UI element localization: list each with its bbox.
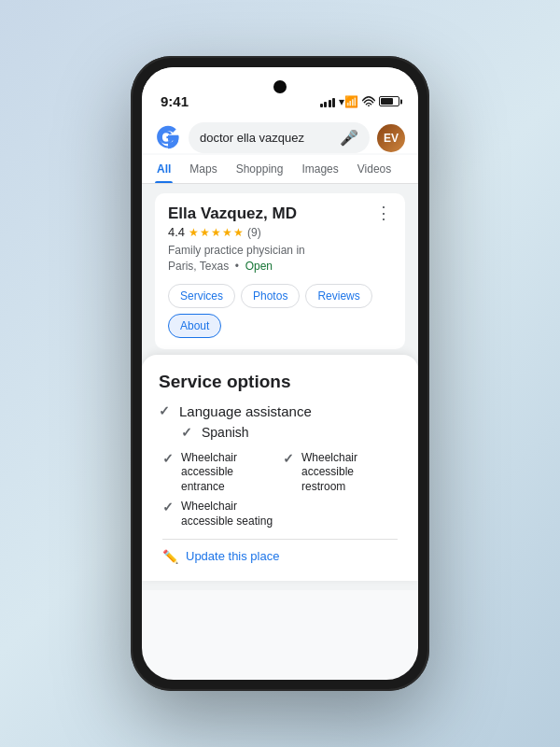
check-icon-language: ✓: [159, 403, 170, 418]
doctor-location: Paris, Texas: [168, 260, 229, 273]
chip-tabs: Services Photos Reviews About: [168, 284, 392, 338]
update-row[interactable]: ✏️ Update this place: [162, 549, 398, 564]
check-icon-spanish: ✓: [181, 425, 192, 440]
google-logo: G: [155, 125, 181, 151]
filter-tabs: All Maps Shopping Images Videos: [142, 155, 418, 184]
chip-photos[interactable]: Photos: [241, 284, 300, 308]
service-label-language: Language assistance: [179, 403, 312, 419]
star-rating: ★ ★ ★ ★ ★: [189, 226, 244, 239]
svg-text:G: G: [159, 126, 173, 147]
doctor-header: Ella Vazquez, MD ⋮: [168, 204, 392, 223]
doctor-description: Family practice physician in: [168, 244, 305, 257]
wheelchair-entrance-label: Wheelchair accessible entrance: [181, 451, 277, 495]
tab-shopping[interactable]: Shopping: [234, 155, 286, 183]
pencil-icon: ✏️: [162, 549, 178, 564]
status-icons: ▾📶: [320, 95, 400, 108]
service-panel-title: Service options: [159, 372, 401, 392]
chip-about[interactable]: About: [168, 314, 221, 338]
review-count: (9): [247, 226, 261, 239]
mic-icon[interactable]: 🎤: [340, 129, 358, 147]
tab-maps[interactable]: Maps: [188, 155, 218, 183]
search-area: G doctor ella vazquez 🎤 EV: [142, 115, 418, 153]
search-bar[interactable]: doctor ella vazquez 🎤: [189, 122, 370, 153]
peek-area: ✓ Wheelchair accessible entrance ✓ Wheel…: [146, 444, 414, 568]
signal-icon: [320, 96, 336, 107]
doctor-card: Ella Vazquez, MD ⋮ 4.4 ★ ★ ★ ★ ★ (9) Fam: [155, 193, 405, 349]
phone-screen: 9:41 ▾📶: [142, 67, 418, 680]
rating-number: 4.4: [168, 225, 185, 239]
wheelchair-seating-label: Wheelchair accessible seating: [181, 500, 277, 529]
wifi-icon: ▾📶: [339, 95, 358, 108]
star-3: ★: [211, 226, 221, 239]
star-2: ★: [200, 226, 210, 239]
check-icon-entrance: ✓: [162, 451, 174, 466]
service-sub-item-spanish: ✓ Spanish: [181, 425, 401, 440]
open-status: Open: [245, 260, 273, 273]
check-icon-seating: ✓: [162, 500, 174, 514]
service-label-spanish: Spanish: [202, 425, 249, 440]
status-time: 9:41: [161, 93, 189, 109]
tab-videos[interactable]: Videos: [356, 155, 393, 183]
star-5: ★: [233, 226, 244, 239]
avatar[interactable]: EV: [377, 124, 405, 152]
phone-frame: 9:41 ▾📶: [131, 56, 429, 691]
more-options-icon[interactable]: ⋮: [375, 204, 392, 221]
divider: [162, 539, 398, 540]
update-link[interactable]: Update this place: [186, 549, 279, 563]
check-icon-restroom: ✓: [283, 451, 294, 466]
wheelchair-item-restroom: ✓ Wheelchair accessible restroom: [283, 451, 398, 495]
star-4: ★: [222, 226, 232, 239]
wheelchair-grid: ✓ Wheelchair accessible entrance ✓ Wheel…: [162, 451, 398, 529]
battery-icon: [379, 96, 399, 106]
star-1: ★: [189, 226, 199, 239]
doctor-name: Ella Vazquez, MD: [168, 204, 297, 223]
search-query: doctor ella vazquez: [200, 131, 304, 145]
wheelchair-item-entrance: ✓ Wheelchair accessible entrance: [162, 451, 277, 495]
wheelchair-item-seating: ✓ Wheelchair accessible seating: [162, 500, 277, 529]
wheelchair-restroom-label: Wheelchair accessible restroom: [301, 451, 398, 495]
chip-reviews[interactable]: Reviews: [305, 284, 371, 308]
wifi-icon-svg: [362, 96, 375, 106]
content-area: Ella Vazquez, MD ⋮ 4.4 ★ ★ ★ ★ ★ (9) Fam: [142, 184, 418, 590]
doctor-info: Family practice physician in Paris, Texa…: [168, 243, 392, 275]
chip-services[interactable]: Services: [168, 284, 235, 308]
svg-point-0: [368, 105, 370, 106]
tab-all[interactable]: All: [155, 155, 173, 183]
service-panel: Service options ✓ Language assistance ✓ …: [142, 355, 418, 581]
tab-images[interactable]: Images: [300, 155, 340, 183]
service-item-language: ✓ Language assistance: [159, 403, 401, 419]
camera: [273, 80, 287, 93]
rating-row: 4.4 ★ ★ ★ ★ ★ (9): [168, 225, 392, 239]
